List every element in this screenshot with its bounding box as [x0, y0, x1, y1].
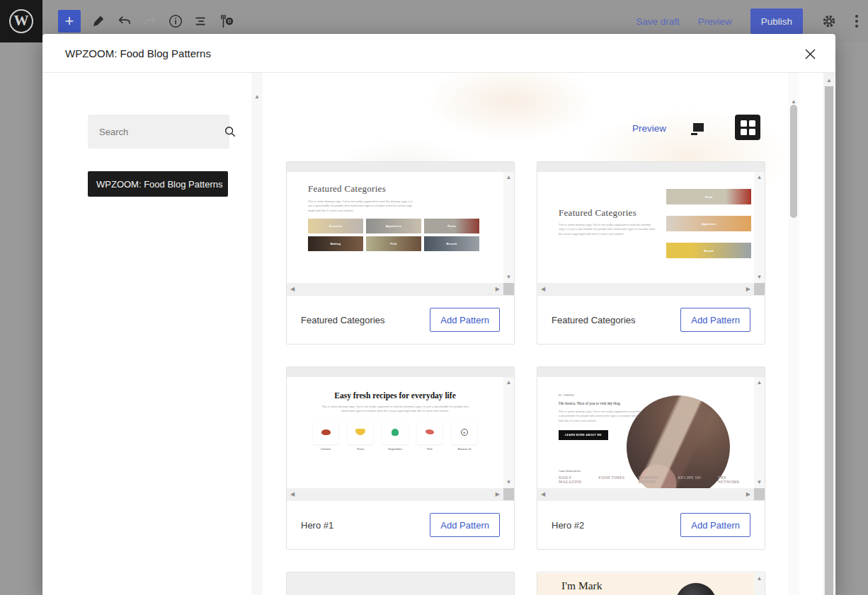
preview-scroll-thumb[interactable]	[503, 488, 514, 501]
category-icon-row: Chicken Pasta Vegetables Fish ▸Browse al…	[287, 420, 503, 451]
preview-heading: I'm Mark	[561, 579, 602, 592]
add-pattern-button[interactable]: Add Pattern	[430, 513, 500, 537]
preview-top-strip	[537, 367, 765, 377]
modal-title: WPZOOM: Food Blog Patterns	[65, 47, 211, 59]
preview-top-strip	[537, 162, 765, 172]
preview-copy: This is some dummy copy. You're not real…	[559, 223, 658, 236]
preview-vertical-scrollbar[interactable]: ▲	[754, 573, 765, 595]
pattern-preview: HI THERE! I'm Jessica. Nice of you to vi…	[537, 367, 765, 501]
pattern-preview: I'm Mark	[537, 573, 754, 595]
sidebar-scrollbar[interactable]: ▲	[251, 73, 263, 595]
preview-horizontal-scrollbar[interactable]: ◀▶	[287, 488, 503, 501]
wordpress-logo-button[interactable]: W	[0, 0, 42, 42]
preview-copy: This is some dummy copy. You're not real…	[321, 405, 469, 414]
pattern-card-partial-left[interactable]	[286, 572, 515, 595]
preview-copy: This is some dummy copy. You're not real…	[308, 200, 414, 213]
featured-logo: MORNING BOSTON	[638, 475, 668, 484]
pattern-card-footer: Featured Categories Add Pattern	[287, 295, 514, 344]
category-label: Vegetables	[382, 447, 408, 451]
featured-on-label: I was featured on:	[559, 469, 748, 473]
undo-icon[interactable]	[116, 13, 133, 30]
preview-horizontal-scrollbar[interactable]: ◀▶	[537, 488, 754, 501]
preview-scroll-thumb[interactable]	[754, 283, 765, 296]
add-pattern-button[interactable]: Add Pattern	[680, 513, 750, 537]
wpzoom-patterns-icon[interactable]	[217, 13, 234, 30]
category-bar: Brunch	[666, 243, 751, 258]
sidebar-item-wpzoom-food-blog-patterns[interactable]: WPZOOM: Food Blog Patterns	[88, 171, 228, 197]
pattern-card-featured-categories-1[interactable]: Featured Categories This is some dummy c…	[286, 161, 515, 345]
pattern-title: Featured Categories	[552, 315, 636, 325]
add-pattern-button[interactable]: Add Pattern	[680, 308, 750, 332]
pattern-preview	[287, 572, 514, 595]
pattern-card-featured-categories-2[interactable]: Featured Categories This is some dummy c…	[537, 161, 765, 345]
preview-vertical-scrollbar[interactable]: ▲▼	[754, 377, 765, 488]
modal-body: WPZOOM: Food Blog Patterns ▲ Preview	[42, 73, 835, 595]
redo-icon[interactable]	[142, 13, 159, 30]
preview-kicker: HI THERE!	[559, 394, 670, 397]
vegetables-icon	[392, 429, 399, 436]
category-label: Fish	[417, 447, 442, 451]
preview-canvas: Featured Categories This is some dummy c…	[287, 172, 503, 283]
preview-vertical-scrollbar[interactable]: ▲▼	[503, 172, 514, 283]
preview-scroll-thumb[interactable]	[754, 488, 765, 501]
modal-scrollbar[interactable]: ▲	[823, 73, 835, 595]
pattern-card-footer: Featured Categories Add Pattern	[537, 295, 765, 344]
featured-logo: FOOD TIMES	[598, 475, 629, 484]
preview-horizontal-scrollbar[interactable]: ◀▶	[537, 283, 754, 296]
search-icon[interactable]	[224, 125, 236, 138]
category-tile: Fish	[366, 236, 421, 251]
add-pattern-button[interactable]: Add Pattern	[430, 308, 500, 332]
modal-scroll-thumb[interactable]	[825, 86, 833, 595]
single-view-toggle-icon[interactable]	[687, 118, 709, 139]
close-icon[interactable]	[800, 44, 820, 64]
featured-logo: THE NETWORK	[718, 475, 748, 484]
search-input[interactable]	[88, 127, 224, 137]
modal-header: WPZOOM: Food Blog Patterns	[42, 34, 835, 73]
preview-heading: Featured Categories	[308, 183, 503, 195]
pattern-card-partial-im-mark[interactable]: I'm Mark ▲	[537, 572, 765, 595]
fish-icon	[426, 429, 434, 434]
preview-button[interactable]: Preview	[698, 16, 732, 27]
preview-canvas: Easy fresh recipes for everyday life Thi…	[287, 377, 503, 488]
preview-canvas: Featured Categories This is some dummy c…	[537, 172, 754, 283]
preview-scroll-thumb[interactable]	[503, 283, 514, 296]
content-scroll-thumb[interactable]	[790, 105, 797, 218]
scroll-up-icon[interactable]: ▲	[251, 94, 263, 100]
preview-vertical-scrollbar[interactable]: ▲▼	[503, 377, 514, 488]
scroll-up-icon[interactable]: ▲	[823, 78, 835, 83]
preview-top-strip	[287, 367, 514, 377]
category-tile: Brunch	[424, 236, 479, 251]
category-tile-grid: Desserts Appetizers Pasta Baking Fish Br…	[308, 219, 480, 251]
screen: W + Save draft Preview Publish	[0, 0, 868, 595]
pattern-card-footer: Hero #2 Add Pattern	[537, 500, 765, 549]
pattern-card-hero-2[interactable]: HI THERE! I'm Jessica. Nice of you to vi…	[537, 366, 765, 550]
list-view-icon[interactable]	[193, 13, 210, 30]
grid-view-toggle-icon[interactable]	[735, 115, 760, 140]
search-box	[88, 115, 229, 149]
options-kebab-icon[interactable]	[855, 15, 858, 28]
content-scrollbar[interactable]: ▲	[788, 73, 799, 595]
pattern-card-hero-1[interactable]: Easy fresh recipes for everyday life Thi…	[286, 366, 515, 550]
scroll-up-icon[interactable]: ▲	[788, 99, 799, 105]
featured-logo: RECIPE 101	[678, 475, 709, 484]
settings-gear-icon[interactable]	[821, 13, 837, 29]
block-inserter-button[interactable]: +	[58, 10, 81, 33]
category-bar-list: Pasta Appetizers Brunch	[666, 172, 751, 283]
category-tile: Desserts	[308, 219, 363, 233]
pattern-title: Featured Categories	[301, 315, 385, 325]
preview-canvas: HI THERE! I'm Jessica. Nice of you to vi…	[537, 377, 754, 488]
info-icon[interactable]	[167, 13, 184, 30]
category-tile: Appetizers	[366, 219, 421, 233]
preview-horizontal-scrollbar[interactable]: ◀▶	[287, 283, 503, 296]
preview-link[interactable]: Preview	[632, 123, 666, 134]
tools-pencil-icon[interactable]	[90, 13, 107, 30]
save-draft-button[interactable]: Save draft	[636, 16, 680, 27]
category-tile: Baking	[308, 236, 363, 251]
preview-vertical-scrollbar[interactable]: ▲▼	[754, 172, 765, 283]
chicken-icon	[321, 429, 331, 435]
wordpress-logo-icon: W	[9, 9, 33, 33]
publish-button[interactable]: Publish	[750, 8, 803, 34]
featured-logo: DAILY MAGAZINE	[559, 475, 589, 484]
category-tile: Pasta	[424, 219, 479, 233]
pattern-preview: Featured Categories This is some dummy c…	[287, 162, 514, 296]
